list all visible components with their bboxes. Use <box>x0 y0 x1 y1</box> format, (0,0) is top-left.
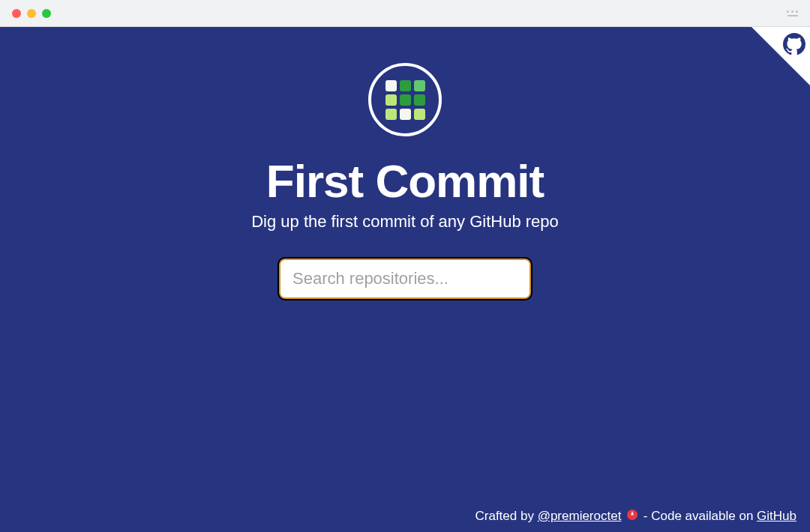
minimize-window-button[interactable] <box>27 9 36 18</box>
traffic-lights <box>12 9 51 18</box>
maximize-window-button[interactable] <box>42 9 51 18</box>
app-logo <box>368 63 442 136</box>
footer-crafted-prefix: Crafted by <box>475 509 537 523</box>
app-main: First Commit Dig up the first commit of … <box>0 27 810 532</box>
footer: Crafted by @premieroctet - Code availabl… <box>475 509 796 525</box>
github-code-link[interactable]: GitHub <box>757 509 796 523</box>
commit-grid-icon <box>386 80 425 120</box>
search-input[interactable] <box>279 259 531 299</box>
page-subtitle: Dig up the first commit of any GitHub re… <box>251 212 559 232</box>
chrome-menu-icon[interactable] <box>787 10 798 16</box>
footer-separator: - Code available on <box>644 509 757 523</box>
window-chrome <box>0 0 810 27</box>
github-octocat-icon[interactable] <box>783 33 806 58</box>
author-link[interactable]: @premieroctet <box>538 509 622 523</box>
page-title: First Commit <box>266 154 544 208</box>
close-window-button[interactable] <box>12 9 21 18</box>
rocket-icon <box>626 509 638 525</box>
